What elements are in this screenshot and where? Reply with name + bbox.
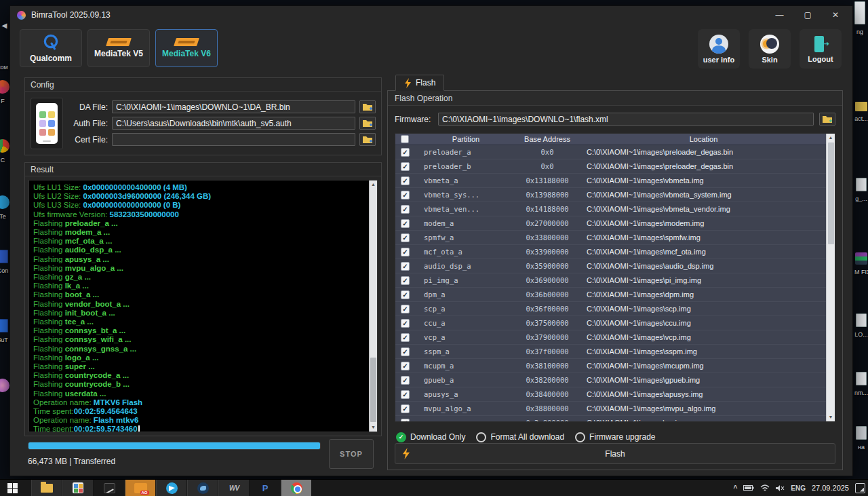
scrollbar-thumb[interactable] [370,358,376,422]
row-checkbox[interactable]: ✓ [401,347,410,356]
hidden-icons-button[interactable]: ^ [733,484,737,492]
taskbar-twitter[interactable] [187,480,218,496]
row-checkbox[interactable]: ✓ [401,176,410,185]
row-checkbox[interactable]: ✓ [401,191,410,199]
result-log[interactable]: Ufs LU1 Size: 0x0000000000400000 (4 MB)U… [29,180,369,432]
clock-date[interactable]: 27.09.2025 [812,484,849,492]
scrollbar-thumb[interactable] [828,142,834,244]
row-checkbox[interactable]: ✓ [401,362,410,370]
table-row[interactable]: ✓dpm_a0x36b00000C:\0\XIAOMI~1\images\dpm… [395,288,826,302]
row-checkbox[interactable]: ✓ [401,376,410,385]
desktop-icon-3utools[interactable]: 3uT [0,319,9,343]
desktop-icon-chrome[interactable]: C [0,139,9,164]
table-row[interactable]: ✓gpueb_a0x38200000C:\0\XIAOMI~1\images\g… [395,373,826,387]
cert-file-input[interactable] [112,133,355,146]
volume-icon[interactable] [776,484,785,492]
stop-button[interactable]: STOP [329,439,374,469]
radio-checked-icon[interactable] [396,432,406,442]
start-button[interactable] [0,480,24,496]
desktop-icon-stack[interactable]: M FIX [854,252,868,275]
cert-file-browse-button[interactable] [359,133,376,146]
table-row[interactable]: ✓mcupm_a0x38100000C:\0\XIAOMI~1\images\m… [395,359,826,373]
table-row[interactable]: ✓scp_a0x36f00000C:\0\XIAOMI~1\images\scp… [395,302,826,316]
row-checkbox[interactable]: ✓ [401,390,410,399]
row-checkbox[interactable]: ✓ [401,419,410,422]
desktop-icon-file[interactable]: g_... [854,178,868,202]
taskbar-telegram[interactable] [156,480,187,496]
da-file-input[interactable] [112,100,355,113]
mode-firmware-upgrade[interactable]: Firmware upgrade [575,432,655,442]
partition-table-body[interactable]: ✓preloader_a0x0C:\0\XIAOMI~1\images\prel… [395,145,835,421]
log-scrollbar[interactable]: ▲ ▼ [369,180,377,432]
taskbar-chrome[interactable] [281,480,312,496]
row-checkbox[interactable]: ✓ [401,319,410,328]
table-row[interactable]: ✓mcf_ota_a0x33900000C:\0\XIAOMI~1\images… [395,245,826,259]
table-row[interactable]: ✓vbmeta_sys...0x13988000C:\0\XIAOMI~1\im… [395,188,826,202]
table-row[interactable]: ✓preloader_b0x0C:\0\XIAOMI~1\images\prel… [395,159,826,174]
collapse-arrow-icon[interactable]: ◄ [0,20,9,31]
mode-format-all-download[interactable]: Format All download [476,432,564,442]
row-checkbox[interactable]: ✓ [401,333,410,342]
desktop-icon-paper[interactable]: на [854,426,868,451]
desktop-icon-file3[interactable]: nm... [854,372,868,396]
table-row[interactable]: ✓mvpu_algo_a0x38800000C:\0\XIAOMI~1\imag… [395,402,826,416]
row-checkbox[interactable]: ✓ [401,305,410,313]
taskbar-file-explorer[interactable] [31,480,62,496]
desktop-icon-folder[interactable]: act... [854,102,868,122]
taskbar-ao-app[interactable] [125,480,156,496]
auth-file-browse-button[interactable] [359,117,376,130]
scroll-up-icon[interactable]: ▲ [827,134,835,142]
auth-file-input[interactable] [112,117,355,130]
da-file-browse-button[interactable] [359,100,376,113]
row-checkbox[interactable]: ✓ [401,248,410,256]
desktop-icon-computer[interactable]: ком [0,62,9,71]
user-info-button[interactable]: user info [698,29,740,69]
table-row[interactable]: ✓apusys_a0x38400000C:\0\XIAOMI~1\images\… [395,387,826,402]
close-button[interactable]: ✕ [832,10,839,20]
notification-center-icon[interactable] [855,483,865,493]
table-row[interactable]: ✓vcp_a0x37900000C:\0\XIAOMI~1\images\vcp… [395,330,826,345]
row-checkbox[interactable]: ✓ [401,219,410,228]
skin-button[interactable]: Skin [749,29,791,69]
desktop-icon-firefox[interactable]: F [0,80,9,104]
select-all-checkbox[interactable] [401,135,409,143]
mediatek-v6-button[interactable]: MediaTek V6 [155,29,218,67]
desktop-icon-app[interactable]: Con [0,250,9,274]
table-row[interactable]: ✓pi_img_a0x36900000C:\0\XIAOMI~1\images\… [395,273,826,288]
language-indicator[interactable]: ENG [791,484,806,492]
row-checkbox[interactable]: ✓ [401,404,410,413]
taskbar-p-app[interactable]: P [250,480,281,496]
table-row[interactable]: ✓audio_dsp_a0x35900000C:\0\XIAOMI~1\imag… [395,259,826,273]
table-scrollbar[interactable]: ▲ ▼ [826,134,835,421]
scroll-down-icon[interactable]: ▼ [827,413,835,421]
table-row[interactable]: ✓gz_a0x3c800000C:\0\XIAOMI~1\images\gz.i… [395,416,826,421]
scroll-down-icon[interactable]: ▼ [370,423,377,432]
maximize-button[interactable]: ▢ [804,10,812,20]
minimize-button[interactable]: — [776,10,784,20]
logout-button[interactable]: Logout [800,29,842,69]
row-checkbox[interactable]: ✓ [401,205,410,214]
desktop-icon-pink-app[interactable] [0,379,9,395]
mediatek-v5-button[interactable]: MediaTek V5 [87,29,150,67]
firmware-input[interactable] [438,113,814,126]
row-checkbox[interactable]: ✓ [401,162,410,171]
radio-icon[interactable] [575,432,585,442]
row-checkbox[interactable]: ✓ [401,233,410,242]
qualcomm-button[interactable]: Qualcomm [20,29,82,67]
desktop-icon-file2[interactable]: LO... [854,313,868,338]
row-checkbox[interactable]: ✓ [401,262,410,271]
table-row[interactable]: ✓modem_a0x27000000C:\0\XIAOMI~1\images\m… [395,216,826,231]
firmware-browse-button[interactable] [819,113,835,126]
row-checkbox[interactable]: ✓ [401,276,410,285]
desktop-icon-telegram[interactable]: Te [0,195,9,220]
flash-button[interactable]: Flash [395,443,835,464]
row-checkbox[interactable]: ✓ [401,290,410,299]
desktop-icon-scroll[interactable]: ng [853,1,867,35]
table-row[interactable]: ✓sspm_a0x37f00000C:\0\XIAOMI~1\images\ss… [395,345,826,359]
tab-flash[interactable]: Flash [395,75,444,91]
mode-download-only[interactable]: Download Only [396,432,465,442]
battery-icon[interactable] [743,484,754,491]
taskbar-snip-app[interactable] [94,480,125,496]
scroll-up-icon[interactable]: ▲ [370,180,377,189]
table-row[interactable]: ✓spmfw_a0x33800000C:\0\XIAOMI~1\images\s… [395,231,826,245]
